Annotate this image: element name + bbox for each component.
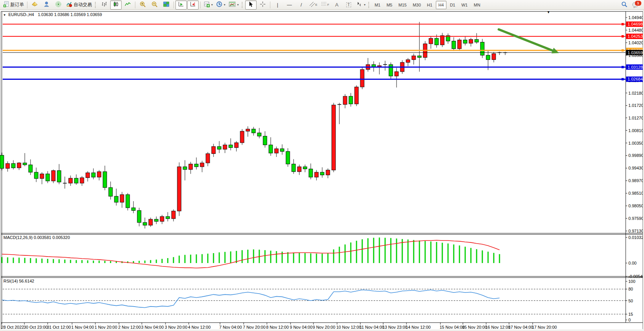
fibonacci-icon (321, 1, 328, 8)
chart-shift-icon (190, 1, 196, 8)
toolbar-drag-handle[interactable] (368, 2, 370, 8)
vertical-line-tool-button[interactable]: | (272, 0, 283, 10)
tile-windows-icon (163, 1, 169, 8)
svg-text:16 Nov 12:00: 16 Nov 12:00 (485, 325, 510, 329)
chart-shift-button[interactable] (187, 0, 199, 10)
periods-button[interactable]: ▾ (215, 0, 227, 10)
timeframe-button-m5[interactable]: M5 (384, 1, 395, 9)
community-button[interactable] (41, 0, 52, 10)
search-icon (621, 1, 628, 9)
timeframe-button-mn[interactable]: MN (471, 1, 483, 9)
signals-button[interactable] (53, 0, 64, 10)
line-chart-icon (125, 1, 131, 8)
chart-canvas[interactable]: 1.049401.044801.040201.035601.031001.026… (0, 10, 644, 331)
svg-text:1.04940: 1.04940 (628, 15, 644, 20)
svg-text:9 Nov 04:00: 9 Nov 04:00 (290, 325, 312, 329)
zoom-in-button[interactable] (137, 0, 148, 10)
arrows-tool-icon (356, 1, 362, 8)
candles-layer (0, 22, 507, 228)
svg-text:0.99430: 0.99430 (628, 166, 644, 170)
bar-chart-button[interactable] (98, 0, 110, 10)
auto-trading-icon (66, 1, 72, 8)
svg-text:13 Nov 23:00: 13 Nov 23:00 (382, 325, 407, 329)
svg-text:2 Nov 12:00: 2 Nov 12:00 (118, 325, 141, 329)
line-chart-button[interactable] (122, 0, 133, 10)
indicators-button[interactable]: ▾ (202, 0, 214, 10)
auto-scroll-button[interactable] (175, 0, 187, 10)
toolbar-separator (135, 2, 135, 8)
candlestick-chart-button[interactable] (110, 0, 122, 10)
timeframe-button-m15[interactable]: M15 (396, 1, 409, 9)
timeframe-button-h4[interactable]: H4 (436, 1, 446, 9)
window-collapse-arrow-icon[interactable]: ▼ (547, 10, 550, 14)
rsi-indicator-label: RSI(14) 56.6142 (3, 279, 34, 283)
toolbar-drag-handle[interactable] (242, 2, 244, 8)
search-button[interactable] (618, 0, 630, 10)
cursor-arrow-icon (248, 1, 254, 8)
fibo-tool-tag: F (327, 3, 329, 6)
svg-text:1.04020: 1.04020 (628, 40, 644, 45)
svg-text:30 Oct 23:00: 30 Oct 23:00 (24, 325, 48, 329)
indicators-icon (204, 1, 210, 8)
trendline-tool-button[interactable]: / (296, 0, 307, 10)
svg-text:7 Nov 04:00: 7 Nov 04:00 (219, 325, 242, 329)
bar-chart-icon (101, 1, 107, 8)
cursor-tool-button[interactable] (245, 0, 257, 10)
channel-tool-button[interactable]: E (307, 0, 319, 10)
macd-histogram (2, 237, 499, 263)
tile-windows-button[interactable] (161, 0, 172, 10)
toolbar-separator (27, 2, 27, 8)
text-tool-button[interactable]: A (331, 0, 342, 10)
fibonacci-tool-button[interactable]: F (319, 0, 331, 10)
equidistant-channel-icon (309, 1, 316, 8)
svg-text:0.98510: 0.98510 (628, 191, 644, 195)
arrows-dropdown-arrow: ▾ (364, 3, 365, 6)
channel-tool-tag: E (315, 3, 317, 6)
svg-text:8 Nov 12:00: 8 Nov 12:00 (266, 325, 289, 329)
svg-text:0.98050: 0.98050 (628, 203, 644, 208)
svg-text:1.03659: 1.03659 (628, 50, 643, 55)
templates-button[interactable]: ▾ (227, 0, 240, 10)
svg-text:100: 100 (628, 279, 635, 284)
toolbar-drag-handle[interactable] (95, 2, 97, 8)
arrows-tool-button[interactable]: ▾ (355, 0, 367, 10)
zoom-out-icon (151, 1, 158, 9)
text-label-tool-button[interactable]: T (343, 0, 354, 10)
timeframe-button-h1[interactable]: H1 (424, 1, 435, 9)
zoom-out-button[interactable] (149, 0, 160, 10)
svg-text:50: 50 (628, 299, 633, 303)
auto-scroll-icon (178, 1, 184, 8)
crosshair-icon (260, 1, 266, 8)
horizontal-line-tool-button[interactable]: — (284, 0, 295, 10)
timeframe-button-w1[interactable]: W1 (459, 1, 471, 9)
timeframe-button-m1[interactable]: M1 (372, 1, 383, 9)
svg-text:15: 15 (628, 312, 633, 316)
svg-text:10 Nov 12:00: 10 Nov 12:00 (336, 325, 361, 329)
notification-badge: 1 (634, 0, 642, 6)
svg-text:3 Nov 20:00: 3 Nov 20:00 (165, 325, 187, 329)
trendline-icon: / (300, 2, 302, 7)
svg-text:1.03128: 1.03128 (628, 65, 643, 69)
chart-title-bar: ▼EURUSD-,H41.03630 1.03686 1.03569 1.036… (3, 12, 102, 17)
timeframe-button-d1[interactable]: D1 (447, 1, 458, 9)
svg-text:9 Nov 20:00: 9 Nov 20:00 (313, 325, 335, 329)
crosshair-tool-button[interactable] (257, 0, 268, 10)
timeframe-button-m30[interactable]: M30 (410, 1, 423, 9)
notifications-button[interactable]: 1 (630, 0, 642, 10)
indicators-dropdown-arrow: ▾ (211, 3, 213, 6)
new-order-icon (3, 1, 9, 8)
svg-text:1.02684: 1.02684 (628, 77, 643, 81)
horizontal-line-icon: — (287, 2, 292, 7)
toolbar-separator (173, 2, 174, 8)
new-order-button[interactable]: 新订单 (2, 0, 26, 10)
svg-text:31 Oct 12:00: 31 Oct 12:00 (47, 325, 71, 329)
rsi-line (2, 290, 499, 307)
time-axis: 28 Oct 202230 Oct 23:0031 Oct 12:001 Nov… (1, 323, 557, 329)
svg-text:1.04480: 1.04480 (628, 28, 644, 32)
svg-text:28 Oct 2022: 28 Oct 2022 (1, 325, 24, 329)
styler-button[interactable] (29, 0, 40, 10)
auto-trading-button[interactable]: 自动交易 (64, 0, 93, 10)
clock-icon (216, 1, 222, 8)
svg-text:-0.005408: -0.005408 (628, 274, 644, 279)
chart-collapse-icon[interactable]: ▼ (3, 13, 6, 17)
